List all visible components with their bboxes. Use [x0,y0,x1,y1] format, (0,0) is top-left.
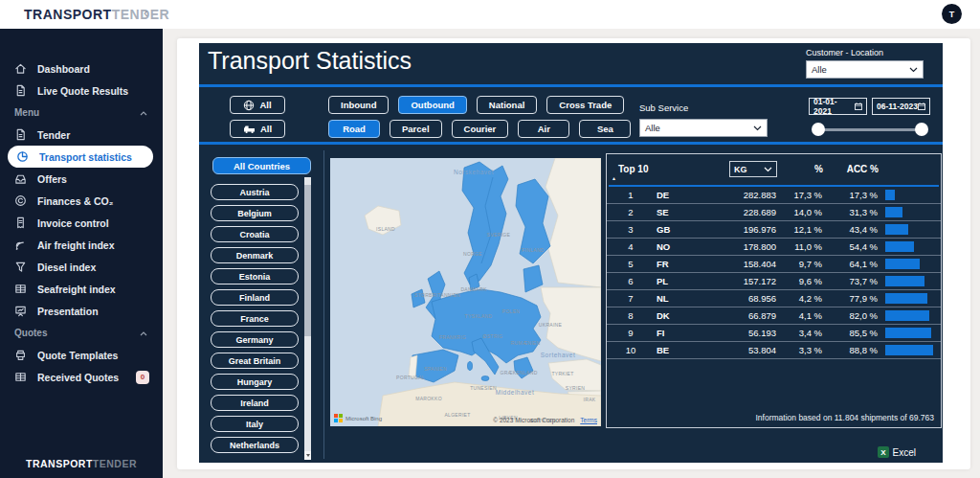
country-button-germany[interactable]: Germany [211,331,299,348]
sidebar-item-live-quote-results[interactable]: Live Quote Results [0,80,163,102]
sidebar-section-menu[interactable]: Menu [0,102,163,124]
sidebar-item-air-freight-index[interactable]: Air freight index [0,234,163,256]
country-button-croatia[interactable]: Croatia [211,226,299,242]
table-row-be[interactable]: 10 BE 53.804 3,3 % 88,8 % [607,342,941,359]
bing-logo: Microsoft Bing [334,414,382,422]
calendar-icon [855,102,862,110]
excel-export-button[interactable]: X Excel [878,446,916,458]
value-cell: 228.689 [689,207,776,217]
sub-service-select[interactable]: Alle [639,119,768,137]
acc-cell: 73,7 % [822,276,878,286]
sidebar-collapse-icon[interactable]: ‹ [144,5,148,20]
pct-cell: 3,3 % [776,345,822,355]
acc-bar [885,310,929,321]
scroll-down-button[interactable] [304,451,311,460]
country-button-netherlands[interactable]: Netherlands [211,437,299,453]
country-button-great-britain[interactable]: Great Britain [211,353,299,369]
all-countries-button[interactable]: All Countries [212,157,311,174]
sidebar-item-presentation[interactable]: Presentation [0,300,163,322]
value-cell: 178.800 [689,241,776,252]
table-row-no[interactable]: 4 NO 178.800 11,0 % 54,4 % [607,239,941,256]
country-code-cell: DE [647,190,689,200]
grid-icon [14,283,28,296]
country-button-estonia[interactable]: Estonia [211,268,299,285]
table-row-dk[interactable]: 8 DK 66.879 4,1 % 82,0 % [607,307,941,325]
slider-handle-start[interactable] [812,123,825,136]
all-modes-button[interactable]: All [230,120,285,138]
sidebar-item-finances-co-[interactable]: Finances & CO₂ [0,190,163,212]
country-button-austria[interactable]: Austria [211,184,299,200]
slider-track[interactable] [817,128,923,131]
table-row-fi[interactable]: 9 FI 56.193 3,4 % 85,5 % [607,325,941,342]
value-cell: 196.976 [689,224,776,235]
sidebar-item-received-quotes[interactable]: Received Quotes0 [0,366,163,388]
sidebar-nav: DashboardLive Quote ResultsMenuTenderTra… [0,57,163,388]
unit-value: KG [734,165,747,174]
country-button-hungary[interactable]: Hungary [211,374,299,390]
table-row-fr[interactable]: 5 FR 158.404 9,7 % 64,1 % [607,256,941,273]
acc-cell: 88,8 % [822,345,878,355]
col-header-acc[interactable]: ACC % [823,164,879,174]
country-button-france[interactable]: France [211,310,299,327]
table-row-pl[interactable]: 6 PL 157.172 9,6 % 73,7 % [607,273,941,290]
logo-primary: TRANSPORT [24,7,112,22]
country-list-scrollbar[interactable] [304,177,311,460]
country-button-denmark[interactable]: Denmark [211,247,299,263]
rank-cell: 3 [614,224,647,235]
filter-button-outbound[interactable]: Outbound [398,96,466,114]
date-from-input[interactable]: 01-01-2021 [809,98,867,115]
country-code-cell: DK [647,310,689,321]
country-button-ireland[interactable]: Ireland [211,395,299,411]
terms-link[interactable]: Terms [580,417,597,423]
slider-handle-end[interactable] [915,123,928,136]
top-header: TRANSPORTTENDER ‹ T [0,0,980,29]
table-title[interactable]: Top 10▲ [614,164,689,174]
filter-button-national[interactable]: National [477,96,537,114]
acc-cell: 64,1 % [822,259,878,269]
user-avatar[interactable]: T [942,4,962,24]
date-to-input[interactable]: 06-11-2023 [872,98,930,115]
acc-cell: 43,4 % [822,224,878,235]
country-button-belgium[interactable]: Belgium [211,205,299,221]
filter-button-cross-trade[interactable]: Cross Trade [546,96,624,114]
date-range-slider [812,123,928,136]
filter-button-inbound[interactable]: Inbound [328,96,389,114]
scrollbar-thumb[interactable] [304,185,311,336]
table-row-gb[interactable]: 3 GB 196.976 12,1 % 43,4 % [607,221,941,239]
customer-location-label: Customer - Location [806,48,924,57]
rank-cell: 9 [614,328,647,338]
country-button-finland[interactable]: Finland [211,289,299,306]
sidebar-item-label: Seafreight index [37,284,116,295]
filter-button-road[interactable]: Road [328,120,380,138]
divider-top [199,84,943,87]
sidebar-item-quote-templates[interactable]: Quote Templates [0,344,163,366]
table-row-de[interactable]: 1 DE 282.883 17,3 % 17,3 % [607,187,941,204]
filter-button-parcel[interactable]: Parcel [390,120,442,138]
acc-bar [885,241,914,252]
filter-button-air[interactable]: Air [518,120,569,138]
table-row-se[interactable]: 2 SE 228.689 14,0 % 31,3 % [607,204,941,221]
europe-map[interactable]: NorskehavetISLANDSVERIGENORGEFINLANDDANM… [330,158,601,426]
country-button-italy[interactable]: Italy [211,416,299,432]
customer-location-select[interactable]: Alle [806,60,924,79]
sidebar-item-invoice-control[interactable]: Invoice control [0,212,163,234]
filter-button-sea[interactable]: Sea [579,120,631,138]
table-row-nl[interactable]: 7 NL 68.956 4,2 % 77,9 % [607,290,941,307]
value-cell: 157.172 [689,276,776,286]
sidebar-item-label: Air freight index [37,239,115,251]
sidebar-item-seafreight-index[interactable]: Seafreight index [0,278,163,300]
sidebar-item-dashboard[interactable]: Dashboard [0,57,163,80]
all-directions-button[interactable]: All [230,96,285,114]
sidebar-item-transport-statistics[interactable]: Transport statistics [8,146,153,168]
acc-bar [885,259,920,269]
filter-button-courier[interactable]: Courier [452,120,509,138]
sidebar-item-tender[interactable]: Tender [0,124,163,146]
country-code-cell: BE [647,345,689,355]
sidebar-item-diesel-index[interactable]: Diesel index [0,256,163,278]
microsoft-logo-icon [334,414,343,422]
unit-select[interactable]: KG [729,161,777,177]
vertical-separator [323,150,324,459]
col-header-pct[interactable]: % [777,164,823,174]
sidebar-section-quotes[interactable]: Quotes [0,322,163,344]
sidebar-item-offers[interactable]: Offers [0,168,163,190]
